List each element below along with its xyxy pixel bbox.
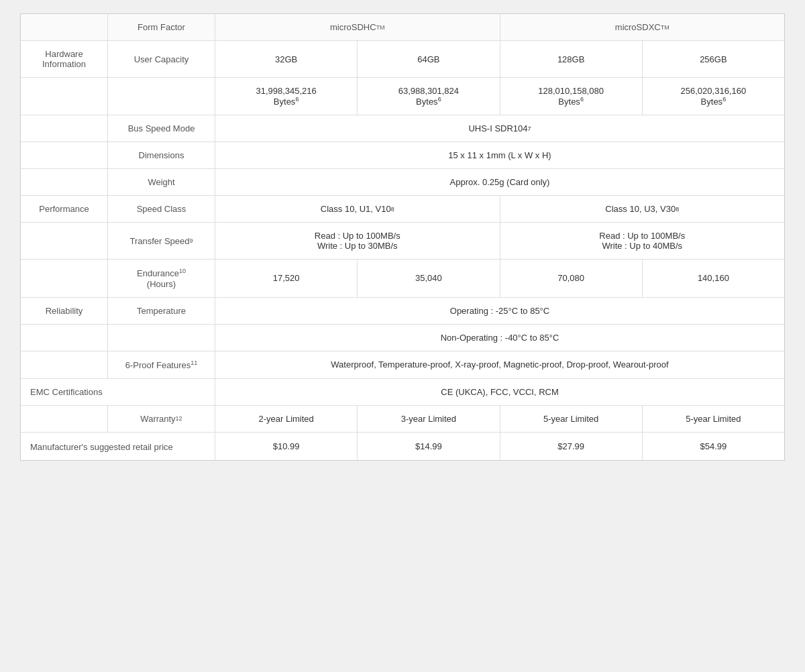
hardware-section-label: Hardware Information: [30, 49, 98, 69]
cap-64gb: 64GB: [358, 41, 500, 77]
bytes-128: 128,010,158,080 Bytes6: [500, 78, 643, 115]
spec-table: Form Factor microSDHCTM microSDXCTM Hard…: [20, 13, 785, 461]
transfer-speed-col1: Read : Up to 100MB/s Write : Up to 30MB/…: [215, 223, 500, 259]
capacity-bytes-row: 31,998,345,216 Bytes6 63,988,301,824 Byt…: [21, 78, 784, 115]
endurance-label: Endurance10 (Hours): [108, 260, 215, 296]
speed-class-col1: Class 10, U1, V108: [215, 196, 500, 222]
bytes-32: 31,998,345,216 Bytes6: [215, 78, 358, 115]
price-256: $54.99: [643, 433, 784, 460]
hardware-section-4: [21, 142, 108, 168]
hardware-section: Hardware Information: [21, 41, 108, 77]
microsdxc-tm: TM: [661, 24, 669, 31]
emc-value: CE (UKCA), FCC, VCCI, RCM: [215, 379, 784, 405]
temp-operating-value: Operating : -25°C to 85°C: [215, 298, 784, 324]
warranty-row: Warranty12 2-year Limited 3-year Limited…: [21, 406, 784, 433]
temperature-label: Temperature: [108, 298, 215, 324]
hardware-section-3: [21, 115, 108, 142]
endurance-256: 140,160: [643, 260, 784, 296]
speed-class-label: Speed Class: [108, 196, 215, 222]
warranty-256: 5-year Limited: [643, 406, 784, 432]
price-section: Manufacturer's suggested retail price: [21, 433, 215, 460]
temperature-label-2: [108, 325, 215, 351]
six-proof-value: Waterproof, Temperature-proof, X-ray-pro…: [215, 351, 784, 378]
warranty-section: [21, 406, 108, 432]
cap-128gb: 128GB: [500, 41, 643, 77]
price-row: Manufacturer's suggested retail price $1…: [21, 433, 784, 460]
warranty-128: 5-year Limited: [500, 406, 643, 432]
warranty-label: Warranty12: [108, 406, 215, 432]
performance-section: Performance: [21, 196, 108, 222]
endurance-64: 35,040: [358, 260, 500, 296]
emc-label: EMC Certifications: [21, 379, 215, 405]
weight-label: Weight: [108, 169, 215, 195]
dimensions-row: Dimensions 15 x 11 x 1mm (L x W x H): [21, 142, 784, 169]
warranty-32: 2-year Limited: [215, 406, 358, 432]
temp-operating-row: Reliability Temperature Operating : -25°…: [21, 298, 784, 325]
temp-non-operating-row: Non-Operating : -40°C to 85°C: [21, 325, 784, 351]
reliability-section-2: [21, 325, 108, 351]
price-64: $14.99: [358, 433, 500, 460]
microsdhc-label: microSDHC: [330, 22, 376, 32]
microsdhc-tm: TM: [376, 24, 385, 31]
dimensions-label: Dimensions: [108, 142, 215, 168]
microsdhc-header: microSDHCTM: [215, 14, 500, 40]
bus-speed-value: UHS-I SDR1047: [215, 115, 784, 142]
temp-non-operating-value: Non-Operating : -40°C to 85°C: [215, 325, 784, 351]
price-128: $27.99: [500, 433, 643, 460]
reliability-section: Reliability: [21, 298, 108, 324]
bus-speed-row: Bus Speed Mode UHS-I SDR1047: [21, 115, 784, 142]
six-proof-row: 6-Proof Features11 Waterproof, Temperatu…: [21, 351, 784, 379]
performance-section-2: [21, 223, 108, 259]
speed-class-row: Performance Speed Class Class 10, U1, V1…: [21, 196, 784, 223]
capacity-gb-row: Hardware Information User Capacity 32GB …: [21, 41, 784, 78]
section-empty: [21, 14, 108, 40]
price-32: $10.99: [215, 433, 358, 460]
form-factor-label: Form Factor: [108, 14, 215, 40]
bus-speed-label: Bus Speed Mode: [108, 115, 215, 142]
endurance-128: 70,080: [500, 260, 643, 296]
bytes-64: 63,988,301,824 Bytes6: [358, 78, 500, 115]
user-capacity-label: User Capacity: [108, 41, 215, 77]
transfer-speed-label: Transfer Speed9: [108, 223, 215, 259]
bytes-256: 256,020,316,160 Bytes6: [643, 78, 784, 115]
transfer-speed-row: Transfer Speed9 Read : Up to 100MB/s Wri…: [21, 223, 784, 260]
user-capacity-label-2: [108, 78, 215, 115]
cap-256gb: 256GB: [643, 41, 784, 77]
reliability-section-3: [21, 351, 108, 378]
six-proof-label: 6-Proof Features11: [108, 351, 215, 378]
dimensions-value: 15 x 11 x 1mm (L x W x H): [215, 142, 784, 168]
speed-class-col2: Class 10, U3, V308: [500, 196, 785, 222]
weight-row: Weight Approx. 0.25g (Card only): [21, 169, 784, 196]
warranty-64: 3-year Limited: [358, 406, 500, 432]
emc-row: EMC Certifications CE (UKCA), FCC, VCCI,…: [21, 379, 784, 406]
form-factor-row: Form Factor microSDHCTM microSDXCTM: [21, 14, 784, 41]
hardware-section-2: [21, 78, 108, 115]
endurance-32: 17,520: [215, 260, 358, 296]
transfer-speed-col2: Read : Up to 100MB/s Write : Up to 40MB/…: [500, 223, 785, 259]
microsdxc-label: microSDXC: [615, 22, 661, 32]
endurance-section: [21, 260, 108, 296]
hardware-section-5: [21, 169, 108, 195]
cap-32gb: 32GB: [215, 41, 358, 77]
weight-value: Approx. 0.25g (Card only): [215, 169, 784, 195]
microsdxc-header: microSDXCTM: [500, 14, 785, 40]
endurance-row: Endurance10 (Hours) 17,520 35,040 70,080…: [21, 260, 784, 297]
